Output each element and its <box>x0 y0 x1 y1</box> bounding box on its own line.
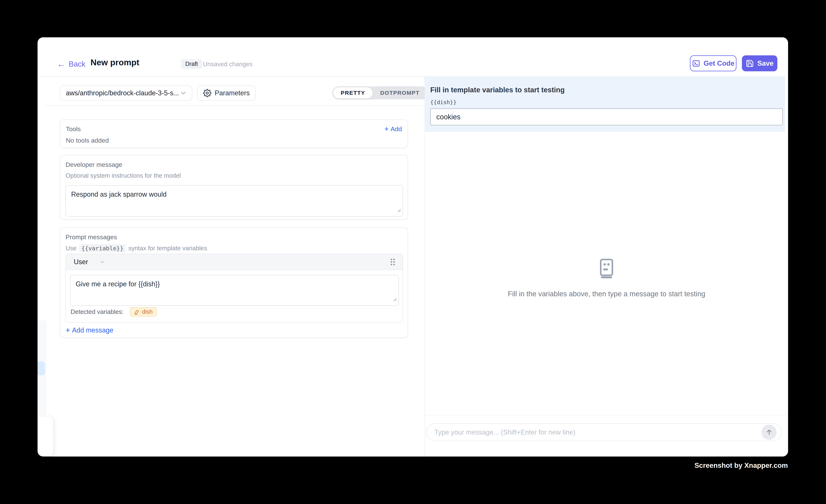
messages-card-hint: Use {{variable}} syntax for template var… <box>65 244 402 252</box>
pencil-icon <box>134 309 140 315</box>
add-tool-button[interactable]: + Add <box>384 125 402 133</box>
sidebar-active-item[interactable] <box>38 361 45 375</box>
developer-card-title: Developer message <box>65 161 402 168</box>
chat-input-bar <box>425 415 788 456</box>
chat-message-input[interactable] <box>426 423 782 441</box>
resize-handle-icon[interactable] <box>392 295 397 304</box>
message-header: User <box>66 254 403 270</box>
gear-icon <box>203 89 212 97</box>
chevron-down-icon <box>99 259 106 265</box>
prompt-messages-card: Prompt messages Use {{variable}} syntax … <box>60 228 408 338</box>
add-message-button[interactable]: + Add message <box>65 326 113 334</box>
save-floppy-icon <box>746 59 754 68</box>
parameters-label: Parameters <box>215 89 250 97</box>
plus-icon: + <box>65 326 70 334</box>
hint-suffix: syntax for template variables <box>128 245 207 252</box>
arrow-up-icon <box>765 428 773 436</box>
send-button[interactable] <box>761 425 777 440</box>
save-button[interactable]: Save <box>742 55 777 71</box>
chat-empty-state: Fill in the variables above, then type a… <box>425 259 788 298</box>
add-message-label: Add message <box>72 326 113 334</box>
developer-message-value: Respond as jack sparrow would <box>71 190 167 198</box>
status-badge: Draft <box>181 59 202 69</box>
variable-chip-dish[interactable]: dish <box>130 307 157 317</box>
app-window: ← Back New prompt Draft Unsaved changes … <box>38 37 788 456</box>
test-variables-panel: Fill in template variables to start test… <box>425 77 785 132</box>
unsaved-changes-label: Unsaved changes <box>203 61 252 68</box>
message-role-value: User <box>74 258 88 266</box>
test-variable-label: {{dish}} <box>430 99 457 106</box>
chevron-down-icon <box>179 89 187 97</box>
detected-variables-label: Detected variables: <box>71 308 123 315</box>
message-role-select[interactable]: User <box>74 258 106 266</box>
watermark: Screenshot by Xnapper.com <box>694 461 788 469</box>
variable-value-input[interactable] <box>430 109 783 125</box>
get-code-button[interactable]: Get Code <box>690 55 736 71</box>
toggle-pretty[interactable]: PRETTY <box>333 87 373 99</box>
parameters-button[interactable]: Parameters <box>197 85 256 101</box>
resize-handle-icon[interactable] <box>396 206 401 215</box>
robot-face-icon <box>598 259 615 278</box>
sidebar-popover <box>38 416 54 456</box>
messages-card-title: Prompt messages <box>65 234 402 241</box>
tools-card-title: Tools <box>66 125 81 133</box>
toggle-dotprompt[interactable]: DOTPROMPT <box>373 87 427 99</box>
tools-card: Tools + Add No tools added <box>60 120 408 148</box>
hint-code: {{variable}} <box>79 244 126 252</box>
model-select[interactable]: aws/anthropic/bedrock-claude-3-5-s... <box>60 85 192 101</box>
developer-message-card: Developer message Optional system instru… <box>60 155 408 219</box>
message-block: User Give me a recipe for {{dish}} <box>65 254 403 323</box>
terminal-icon <box>692 59 700 68</box>
back-label: Back <box>69 60 85 68</box>
hint-prefix: Use <box>65 245 76 252</box>
developer-card-subtitle: Optional system instructions for the mod… <box>65 172 402 179</box>
developer-message-textarea[interactable]: Respond as jack sparrow would <box>65 185 403 216</box>
back-button[interactable]: ← Back <box>57 58 85 70</box>
header: ← Back New prompt Draft Unsaved changes … <box>38 37 788 76</box>
detected-variables-row: Detected variables: dish <box>71 307 157 317</box>
get-code-label: Get Code <box>704 60 734 67</box>
message-value: Give me a recipe for {{dish}} <box>76 280 160 288</box>
plus-icon: + <box>384 125 389 133</box>
view-toggle: PRETTY DOTPROMPT <box>332 86 428 100</box>
variable-chip-label: dish <box>142 309 153 315</box>
model-select-value: aws/anthropic/bedrock-claude-3-5-s... <box>66 89 179 97</box>
add-tool-label: Add <box>391 125 402 133</box>
chat-empty-text: Fill in the variables above, then type a… <box>425 290 788 298</box>
back-arrow-icon: ← <box>57 60 66 68</box>
page-title: New prompt <box>91 58 139 67</box>
test-panel-heading: Fill in template variables to start test… <box>430 86 565 94</box>
toolbar-divider <box>45 106 425 106</box>
drag-handle-icon[interactable] <box>390 258 396 266</box>
tools-empty-text: No tools added <box>66 137 402 144</box>
message-textarea[interactable]: Give me a recipe for {{dish}} <box>70 275 399 306</box>
save-label: Save <box>757 60 773 67</box>
